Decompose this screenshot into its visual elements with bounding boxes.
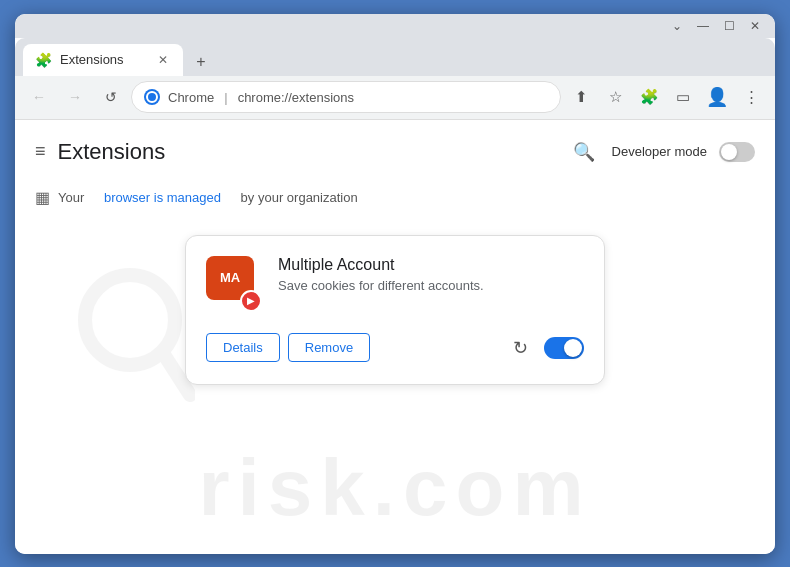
- managed-banner: ▦ Your browser is managed by your organi…: [15, 180, 775, 215]
- page-title: Extensions: [58, 139, 166, 165]
- menu-icon: ⋮: [744, 88, 759, 106]
- extensions-header: ≡ Extensions 🔍 Developer mode: [15, 120, 775, 180]
- minimize-btn[interactable]: —: [691, 14, 715, 38]
- extension-icon-wrapper: MA ▶: [206, 256, 262, 312]
- titlebar-top: ⌄ — ☐ ✕: [15, 14, 775, 38]
- back-btn[interactable]: ←: [23, 81, 55, 113]
- tab-area: 🧩 Extensions ✕ +: [23, 38, 767, 76]
- extension-icon-badge: ▶: [240, 290, 262, 312]
- bookmark-btn[interactable]: ☆: [599, 81, 631, 113]
- toggle-knob-blue: [564, 339, 582, 357]
- chevron-down-btn[interactable]: ⌄: [665, 14, 689, 38]
- tab-close-btn[interactable]: ✕: [155, 52, 171, 68]
- forward-icon: →: [68, 89, 82, 105]
- extension-icon-letters: MA: [220, 270, 240, 285]
- toggle-knob: [721, 144, 737, 160]
- card-footer: Details Remove ↻: [206, 332, 584, 364]
- maximize-btn[interactable]: ☐: [717, 14, 741, 38]
- managed-link[interactable]: browser is managed: [104, 190, 221, 205]
- forward-btn[interactable]: →: [59, 81, 91, 113]
- profile-icon: 👤: [706, 86, 728, 108]
- share-icon: ⬆: [575, 88, 588, 106]
- refresh-btn[interactable]: ↻: [504, 332, 536, 364]
- page-content: risk.com ≡ Extensions 🔍 Developer mode ▦…: [15, 120, 775, 554]
- address-separator: |: [224, 90, 227, 105]
- toolbar: ← → ↺ Chrome | chrome://extensions ⬆ ☆ 🧩: [15, 76, 775, 120]
- card-container: MA ▶ Multiple Account Save cookies for d…: [15, 215, 775, 405]
- sidebar-icon: ▭: [676, 88, 690, 106]
- menu-btn[interactable]: ⋮: [735, 81, 767, 113]
- badge-icon: ▶: [247, 295, 255, 306]
- refresh-icon: ↻: [513, 337, 528, 359]
- remove-btn[interactable]: Remove: [288, 333, 370, 362]
- extension-name: Multiple Account: [278, 256, 584, 274]
- toolbar-actions: ⬆ ☆ 🧩 ▭ 👤 ⋮: [565, 81, 767, 113]
- close-btn[interactable]: ✕: [743, 14, 767, 38]
- extension-card: MA ▶ Multiple Account Save cookies for d…: [185, 235, 605, 385]
- back-icon: ←: [32, 89, 46, 105]
- managed-icon: ▦: [35, 188, 50, 207]
- header-left: ≡ Extensions: [35, 139, 165, 165]
- extensions-btn[interactable]: 🧩: [633, 81, 665, 113]
- share-btn[interactable]: ⬆: [565, 81, 597, 113]
- search-icon: 🔍: [573, 141, 595, 163]
- sidebar-btn[interactable]: ▭: [667, 81, 699, 113]
- tab-title: Extensions: [60, 52, 147, 67]
- extension-description: Save cookies for different accounts.: [278, 278, 584, 293]
- extension-toggle[interactable]: [544, 337, 584, 359]
- extension-info: Multiple Account Save cookies for differ…: [278, 256, 584, 293]
- details-btn[interactable]: Details: [206, 333, 280, 362]
- address-site-name: Chrome: [168, 90, 214, 105]
- header-right: 🔍 Developer mode: [568, 136, 755, 168]
- star-icon: ☆: [609, 88, 622, 106]
- active-tab[interactable]: 🧩 Extensions ✕: [23, 44, 183, 76]
- card-header: MA ▶ Multiple Account Save cookies for d…: [206, 256, 584, 312]
- tab-bar: 🧩 Extensions ✕ +: [15, 38, 775, 76]
- site-favicon: [144, 89, 160, 105]
- browser-window: ⌄ — ☐ ✕ 🧩 Extensions ✕ + ← → ↺ Chrome |: [15, 14, 775, 554]
- managed-text-after: by your organization: [241, 190, 358, 205]
- address-url: chrome://extensions: [238, 90, 354, 105]
- tab-favicon: 🧩: [35, 52, 52, 68]
- managed-text-before: Your: [58, 190, 84, 205]
- watermark-text: risk.com: [198, 442, 591, 534]
- reload-icon: ↺: [105, 89, 117, 105]
- new-tab-btn[interactable]: +: [187, 48, 215, 76]
- search-btn[interactable]: 🔍: [568, 136, 600, 168]
- developer-mode-toggle[interactable]: [719, 142, 755, 162]
- developer-mode-label: Developer mode: [612, 144, 707, 159]
- extensions-icon: 🧩: [640, 88, 659, 106]
- profile-btn[interactable]: 👤: [701, 81, 733, 113]
- address-bar[interactable]: Chrome | chrome://extensions: [131, 81, 561, 113]
- reload-btn[interactable]: ↺: [95, 81, 127, 113]
- hamburger-btn[interactable]: ≡: [35, 141, 46, 162]
